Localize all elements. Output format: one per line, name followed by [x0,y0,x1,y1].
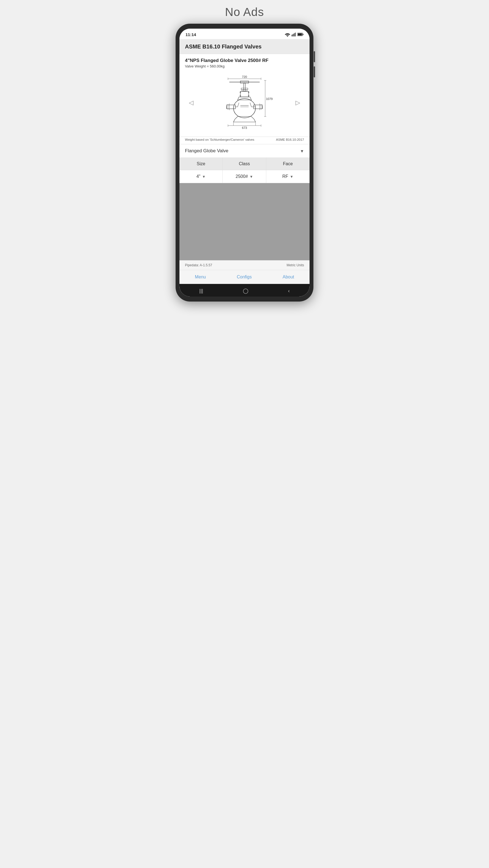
svg-text:1079: 1079 [266,97,272,100]
svg-rect-2 [294,33,294,36]
version-label: Pipedata: A-1.5.57 [185,263,212,267]
valve-weight: Valve Weight = 560.00kg [185,64,304,68]
app-header: ASME B16.10 Flanged Valves [179,39,310,54]
status-time: 11:14 [185,32,196,37]
svg-text:673: 673 [242,126,247,129]
diagram-caption: Weight based on 'Schlumberger/Cameron' v… [179,137,310,144]
no-ads-title: No Ads [225,5,264,19]
status-bar: 11:14 [179,29,310,39]
valve-type-label: Flanged Globe Valve [185,148,229,154]
units-label: Metric Units [287,263,304,267]
svg-rect-6 [298,33,302,35]
volume-button-2 [314,66,315,78]
class-value: 2500# [236,174,248,179]
android-home-icon[interactable]: ◯ [243,288,248,294]
svg-rect-5 [303,34,304,35]
face-value: RF [282,174,288,179]
next-arrow[interactable]: ▷ [293,96,303,109]
configs-button[interactable]: Configs [231,274,257,281]
col-header-size: Size [179,158,223,170]
table-row: 4" ▼ 2500# ▼ RF ▼ [179,170,310,183]
face-selector[interactable]: RF ▼ [266,170,310,183]
valve-name: 4"NPS Flanged Globe Valve 2500# RF [185,58,304,63]
col-header-face: Face [266,158,310,170]
app-title: ASME B16.10 Flanged Valves [185,43,262,50]
svg-rect-0 [292,35,292,36]
diagram-container: ◁ 720 1079 [185,71,304,134]
content-area [179,183,310,260]
nav-bar: Menu Configs About [179,270,310,284]
bottom-status: Pipedata: A-1.5.57 Metric Units [179,260,310,270]
valve-diagram: 720 1079 673 [196,74,293,132]
android-nav-bar: ||| ◯ ‹ [179,284,310,297]
battery-icon [297,32,304,36]
table-header: Size Class Face [179,158,310,170]
status-icons [285,32,304,37]
android-back-icon[interactable]: ‹ [288,288,290,294]
android-recent-icon[interactable]: ||| [199,288,203,294]
size-dropdown-icon: ▼ [202,175,206,179]
class-dropdown-icon: ▼ [250,175,253,179]
about-button[interactable]: About [277,274,299,281]
phone-frame: 11:14 [176,24,313,302]
svg-rect-21 [244,83,245,91]
face-dropdown-icon: ▼ [290,175,293,179]
menu-button[interactable]: Menu [190,274,211,281]
valve-info: 4"NPS Flanged Globe Valve 2500# RF Valve… [179,54,310,137]
volume-button-1 [314,51,315,62]
svg-rect-1 [293,34,293,36]
phone-screen: 11:14 [179,29,310,297]
valve-type-dropdown[interactable]: Flanged Globe Valve ▼ [179,144,310,158]
svg-rect-33 [241,88,248,90]
svg-point-23 [233,99,256,118]
weight-note: Weight based on 'Schlumberger/Cameron' v… [185,138,254,141]
svg-text:720: 720 [242,75,247,79]
signal-icon [292,32,296,37]
size-selector[interactable]: 4" ▼ [179,170,223,183]
prev-arrow[interactable]: ◁ [186,96,196,109]
standard: ASME B16.10-2017 [276,138,304,141]
wifi-icon [285,32,290,37]
size-value: 4" [196,174,200,179]
col-header-class: Class [223,158,266,170]
valve-type-arrow-icon: ▼ [300,149,304,153]
svg-rect-22 [240,91,249,97]
class-selector[interactable]: 2500# ▼ [223,170,266,183]
svg-rect-3 [295,33,295,37]
svg-rect-32 [242,90,247,91]
